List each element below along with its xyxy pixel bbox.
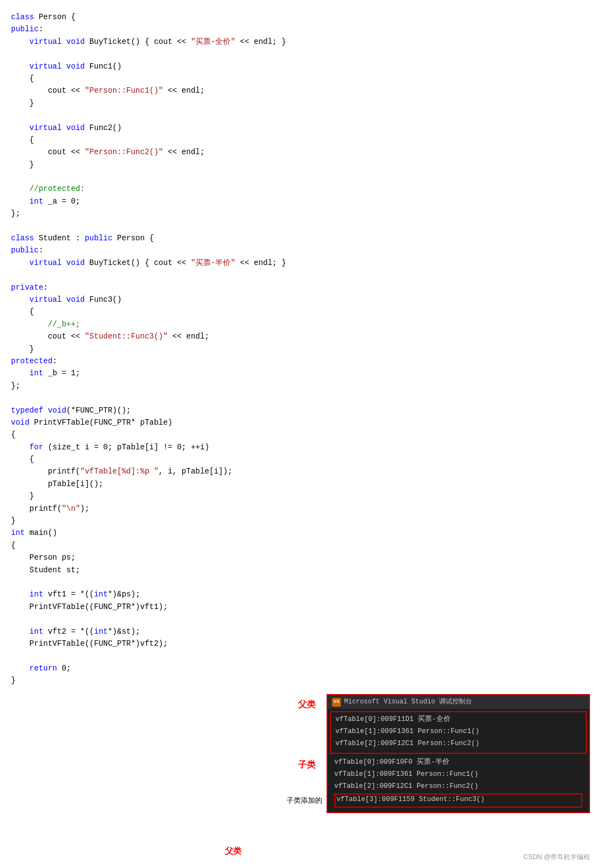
token — [11, 123, 30, 132]
token: } — [11, 99, 34, 108]
token — [61, 295, 66, 304]
token: : — [43, 283, 48, 292]
code-line-52: PrintVFTable((FUNC_PTR*)vft2); — [11, 638, 590, 650]
token — [43, 406, 48, 415]
token: pTable[i](); — [11, 480, 103, 488]
code-line-21: virtual void BuyTicket() { cout << "买票-半… — [11, 257, 590, 269]
token: //protected: — [11, 184, 85, 193]
token: int — [94, 627, 108, 636]
code-line-2: public: — [11, 23, 590, 35]
child-line-2: vfTable[1]:009F1361 Person::Func1() — [334, 769, 582, 781]
token: _a = 0; — [43, 197, 80, 206]
code-line-25: { — [11, 306, 590, 318]
token: Person { — [113, 234, 154, 243]
token — [61, 37, 66, 46]
token: int — [94, 590, 108, 599]
console-box: vs Microsoft Visual Studio 调试控制台 vfTable… — [327, 694, 590, 813]
code-line-18 — [11, 220, 590, 232]
token: : — [53, 357, 57, 365]
code-line-48: int vft1 = *((int*)&ps); — [11, 588, 590, 600]
token — [11, 258, 30, 267]
token: Person ps; — [11, 553, 76, 562]
token: }; — [11, 381, 20, 390]
token: int — [30, 369, 43, 377]
token: vft1 = *(( — [43, 590, 94, 599]
code-line-8: } — [11, 97, 590, 109]
code-line-42: } — [11, 515, 590, 527]
token: { — [11, 136, 34, 144]
code-line-19: class Student : public Person { — [11, 232, 590, 244]
child-output: vfTable[0]:009F10F0 买票-半价 vfTable[1]:009… — [330, 755, 587, 810]
token: class — [11, 234, 34, 243]
token — [61, 123, 66, 132]
code-line-35: { — [11, 429, 590, 441]
token: int — [11, 528, 25, 537]
token: 0; — [57, 664, 71, 673]
token: << endl; } — [235, 37, 286, 46]
token: virtual — [30, 37, 62, 46]
token: : — [38, 25, 43, 33]
token: void — [66, 62, 85, 71]
token: int — [30, 590, 43, 599]
token: { — [11, 74, 34, 83]
child-label-page: 子类 — [298, 758, 316, 772]
token: vft2 = *(( — [43, 627, 94, 636]
code-line-53 — [11, 650, 590, 662]
token: Func2() — [85, 123, 121, 132]
token: { — [11, 307, 34, 316]
code-line-55: } — [11, 674, 590, 686]
code-line-5: virtual void Func1() — [11, 60, 590, 72]
code-line-10: virtual void Func2() — [11, 122, 590, 134]
console-overlay: vs Microsoft Visual Studio 调试控制台 vfTable… — [327, 694, 590, 813]
father-label-page: 父类 — [298, 697, 316, 712]
token — [61, 258, 66, 267]
code-line-3: virtual void BuyTicket() { cout << "买票-全… — [11, 36, 590, 48]
token: void — [48, 406, 66, 415]
token: protected — [11, 357, 53, 365]
code-line-54: return 0; — [11, 662, 590, 674]
code-line-51: int vft2 = *((int*)&st); — [11, 625, 590, 638]
father-line-1: vfTable[0]:009F11D1 买票-全价 — [335, 714, 581, 726]
token: cout << — [11, 86, 85, 95]
token: "\n" — [61, 504, 80, 513]
token: } — [11, 516, 15, 525]
code-line-9 — [11, 109, 590, 121]
token: << endl; — [163, 86, 205, 95]
code-line-34: void PrintVFTable(FUNC_PTR* pTable) — [11, 416, 590, 429]
token: cout << — [11, 332, 85, 341]
code-line-39: pTable[i](); — [11, 478, 590, 490]
code-line-47 — [11, 576, 590, 588]
code-line-28: } — [11, 343, 590, 355]
code-line-13: } — [11, 159, 590, 171]
code-line-6: { — [11, 72, 590, 84]
code-line-40: } — [11, 490, 590, 502]
token — [11, 590, 30, 599]
token — [61, 62, 66, 71]
code-line-15: //protected: — [11, 183, 590, 195]
token: Student st; — [11, 566, 80, 574]
token: cout << — [11, 148, 85, 156]
token: } — [11, 492, 34, 500]
father-line-3: vfTable[2]:009F12C1 Person::Func2() — [335, 739, 581, 751]
code-line-32 — [11, 392, 590, 404]
token: "买票-全价" — [191, 37, 235, 46]
code-line-16: int _a = 0; — [11, 195, 590, 207]
token: << endl; } — [235, 258, 286, 267]
code-line-11: { — [11, 134, 590, 146]
token: << endl; — [163, 148, 205, 156]
token: //_b++; — [11, 320, 80, 329]
code-line-12: cout << "Person::Func2()" << endl; — [11, 146, 590, 158]
code-line-45: Person ps; — [11, 551, 590, 563]
token: _b = 1; — [43, 369, 80, 377]
token: int — [30, 197, 43, 206]
code-line-17: }; — [11, 207, 590, 219]
code-line-37: { — [11, 453, 590, 465]
token: Func1() — [85, 62, 121, 71]
token — [11, 295, 30, 304]
code-line-38: printf("vfTable[%d]:%p ", i, pTable[i]); — [11, 465, 590, 477]
code-line-14 — [11, 171, 590, 183]
token — [11, 197, 30, 206]
token: : — [38, 246, 43, 255]
token: public — [11, 246, 38, 255]
code-line-49: PrintVFTable((FUNC_PTR*)vft1); — [11, 601, 590, 613]
